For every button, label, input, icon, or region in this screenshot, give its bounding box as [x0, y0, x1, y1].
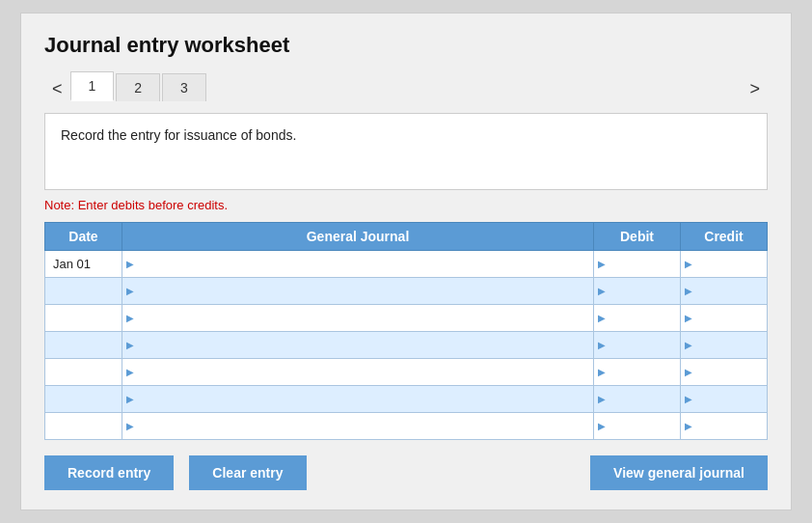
debit-cell[interactable]: [594, 251, 681, 278]
tab-1[interactable]: 1: [70, 71, 115, 101]
date-cell: Jan 01: [45, 251, 122, 278]
date-cell: [45, 332, 122, 359]
journal-cell[interactable]: [122, 386, 594, 413]
next-tab-button[interactable]: >: [742, 76, 768, 101]
journal-input[interactable]: [136, 305, 593, 331]
date-cell: [45, 413, 122, 440]
credit-cell[interactable]: [681, 278, 768, 305]
journal-cell[interactable]: [122, 305, 594, 332]
credit-input[interactable]: [694, 359, 767, 385]
credit-cell[interactable]: [681, 305, 768, 332]
clear-entry-button[interactable]: Clear entry: [189, 455, 306, 490]
record-entry-button[interactable]: Record entry: [44, 455, 174, 490]
instruction-text: Record the entry for issuance of bonds.: [61, 127, 296, 143]
journal-cell[interactable]: [122, 278, 594, 305]
debit-cell[interactable]: [594, 305, 681, 332]
debit-input[interactable]: [608, 278, 680, 304]
tab-3[interactable]: 3: [162, 73, 206, 101]
credit-input[interactable]: [694, 386, 767, 412]
journal-cell[interactable]: [122, 251, 594, 278]
credit-input[interactable]: [694, 251, 767, 277]
header-journal: General Journal: [122, 223, 594, 251]
debit-input[interactable]: [608, 332, 680, 358]
credit-cell[interactable]: [681, 332, 768, 359]
instruction-box: Record the entry for issuance of bonds.: [44, 113, 768, 190]
table-row: [45, 359, 768, 386]
journal-input[interactable]: [136, 332, 593, 358]
view-general-journal-button[interactable]: View general journal: [590, 455, 768, 490]
journal-input[interactable]: [136, 251, 593, 277]
debit-cell[interactable]: [594, 278, 681, 305]
debit-input[interactable]: [608, 305, 680, 331]
buttons-row: Record entry Clear entry View general jo…: [44, 455, 768, 490]
debit-cell[interactable]: [594, 386, 681, 413]
journal-input[interactable]: [136, 386, 593, 412]
debit-cell[interactable]: [594, 359, 681, 386]
date-cell: [45, 386, 122, 413]
debit-cell[interactable]: [594, 332, 681, 359]
table-row: [45, 305, 768, 332]
prev-tab-button[interactable]: <: [44, 76, 70, 101]
header-debit: Debit: [594, 223, 681, 251]
table-header-row: Date General Journal Debit Credit: [45, 223, 768, 251]
journal-cell[interactable]: [122, 359, 594, 386]
table-body: Jan 01: [45, 251, 768, 440]
header-date: Date: [45, 223, 122, 251]
note-text: Note: Enter debits before credits.: [44, 198, 768, 212]
header-credit: Credit: [681, 223, 768, 251]
debit-input[interactable]: [608, 251, 680, 277]
credit-cell[interactable]: [681, 386, 768, 413]
debit-input[interactable]: [608, 359, 680, 385]
credit-input[interactable]: [694, 278, 767, 304]
date-cell: [45, 359, 122, 386]
table-row: [45, 413, 768, 440]
date-cell: [45, 305, 122, 332]
credit-input[interactable]: [694, 413, 767, 439]
table-row: Jan 01: [45, 251, 768, 278]
journal-cell[interactable]: [122, 332, 594, 359]
credit-cell[interactable]: [681, 413, 768, 440]
journal-input[interactable]: [136, 413, 593, 439]
credit-input[interactable]: [694, 305, 767, 331]
journal-cell[interactable]: [122, 413, 594, 440]
tab-2[interactable]: 2: [116, 73, 160, 101]
credit-input[interactable]: [694, 332, 767, 358]
tabs-container: 1 2 3: [70, 71, 743, 101]
credit-cell[interactable]: [681, 251, 768, 278]
main-container: Journal entry worksheet < 1 2 3 > Record…: [20, 13, 792, 510]
date-cell: [45, 278, 122, 305]
table-row: [45, 332, 768, 359]
debit-input[interactable]: [608, 386, 680, 412]
table-row: [45, 386, 768, 413]
journal-input[interactable]: [136, 359, 593, 385]
journal-table: Date General Journal Debit Credit Jan 01: [44, 222, 768, 440]
page-title: Journal entry worksheet: [44, 33, 768, 58]
tabs-row: < 1 2 3 >: [44, 71, 768, 101]
table-row: [45, 278, 768, 305]
journal-input[interactable]: [136, 278, 593, 304]
debit-cell[interactable]: [594, 413, 681, 440]
credit-cell[interactable]: [681, 359, 768, 386]
debit-input[interactable]: [608, 413, 680, 439]
